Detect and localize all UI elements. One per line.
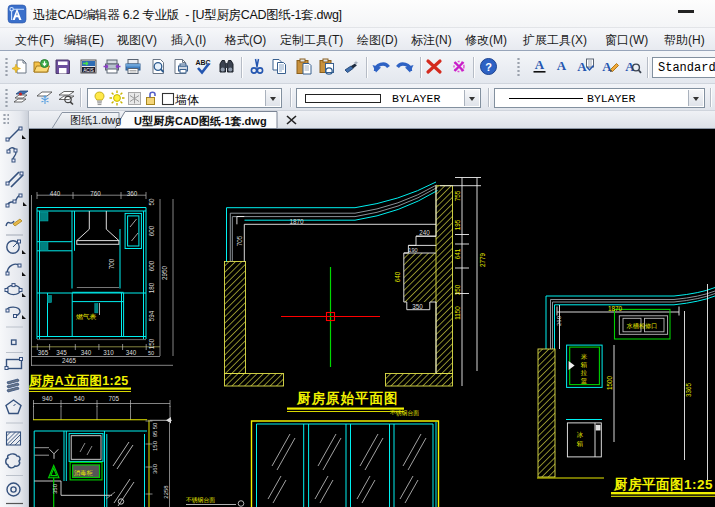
svg-text:厨房平面图1:25: 厨房平面图1:25 bbox=[613, 477, 713, 492]
svg-text:水槽检修口: 水槽检修口 bbox=[627, 322, 658, 330]
svg-text:705: 705 bbox=[109, 395, 120, 402]
svg-text:厨房A立面图1:25: 厨房A立面图1:25 bbox=[29, 374, 129, 388]
svg-text:180: 180 bbox=[148, 282, 155, 293]
svg-text:240: 240 bbox=[419, 229, 430, 236]
svg-text:600: 600 bbox=[148, 260, 155, 271]
svg-text:1150: 1150 bbox=[454, 306, 461, 320]
svg-text:A: A bbox=[557, 58, 567, 73]
svg-text:700: 700 bbox=[108, 258, 115, 269]
svg-text:2950: 2950 bbox=[161, 266, 168, 281]
svg-text:箱: 箱 bbox=[577, 440, 584, 448]
svg-text:345: 345 bbox=[56, 349, 67, 356]
svg-text:594: 594 bbox=[148, 310, 155, 321]
svg-text:190: 190 bbox=[408, 247, 417, 253]
svg-text:641: 641 bbox=[454, 248, 461, 259]
svg-text:360: 360 bbox=[152, 463, 158, 474]
svg-text:600: 600 bbox=[148, 225, 155, 236]
svg-text:篮: 篮 bbox=[581, 377, 588, 385]
svg-text:310: 310 bbox=[103, 349, 114, 356]
svg-text:755: 755 bbox=[454, 190, 461, 201]
svg-text:365: 365 bbox=[38, 349, 49, 356]
svg-text:米: 米 bbox=[581, 353, 588, 360]
svg-text:195: 195 bbox=[454, 219, 461, 230]
svg-text:50: 50 bbox=[152, 422, 158, 429]
svg-text:705: 705 bbox=[236, 235, 243, 246]
svg-text:2779: 2779 bbox=[479, 253, 486, 268]
svg-text:340: 340 bbox=[126, 349, 137, 356]
svg-text:340: 340 bbox=[81, 349, 92, 356]
svg-text:440: 440 bbox=[50, 190, 61, 197]
svg-text:A: A bbox=[535, 57, 545, 72]
svg-text:1500: 1500 bbox=[606, 376, 613, 391]
svg-text:ACIS: ACIS bbox=[83, 68, 94, 73]
svg-text:640: 640 bbox=[394, 271, 401, 282]
svg-text:A: A bbox=[577, 59, 587, 74]
svg-text:95: 95 bbox=[152, 430, 158, 437]
svg-text:360: 360 bbox=[127, 190, 138, 197]
svg-text:箱: 箱 bbox=[581, 361, 588, 369]
svg-text:拉: 拉 bbox=[581, 369, 588, 376]
svg-text:260: 260 bbox=[556, 315, 562, 326]
svg-text:?: ? bbox=[485, 61, 492, 73]
svg-text:U型厨房CAD图纸-1套.dwg: U型厨房CAD图纸-1套.dwg bbox=[134, 115, 267, 127]
svg-text:940: 940 bbox=[42, 395, 53, 402]
svg-text:350: 350 bbox=[52, 483, 58, 494]
svg-text:燃气表: 燃气表 bbox=[76, 313, 97, 320]
svg-text:冰: 冰 bbox=[577, 431, 584, 438]
svg-text:350: 350 bbox=[412, 303, 423, 310]
svg-text:消毒柜: 消毒柜 bbox=[74, 469, 93, 477]
svg-text:150: 150 bbox=[152, 440, 158, 451]
svg-text:350: 350 bbox=[454, 284, 461, 295]
svg-text:50: 50 bbox=[148, 198, 155, 206]
svg-text:1870: 1870 bbox=[289, 218, 304, 225]
svg-text:3365: 3365 bbox=[685, 383, 692, 398]
svg-text:760: 760 bbox=[90, 190, 101, 197]
svg-text:50: 50 bbox=[148, 350, 154, 356]
svg-text:1870: 1870 bbox=[608, 305, 623, 312]
svg-text:A: A bbox=[625, 59, 635, 74]
svg-text:不锈钢台面: 不锈钢台面 bbox=[186, 496, 215, 504]
svg-text:图纸1.dwg: 图纸1.dwg bbox=[70, 114, 121, 126]
svg-text:150: 150 bbox=[148, 338, 155, 349]
svg-text:2258: 2258 bbox=[163, 485, 169, 499]
svg-text:540: 540 bbox=[74, 395, 85, 402]
svg-text:不锈钢台面: 不锈钢台面 bbox=[390, 409, 419, 417]
svg-text:2465: 2465 bbox=[62, 357, 77, 364]
svg-text:厨房原始平面图: 厨房原始平面图 bbox=[296, 391, 399, 406]
